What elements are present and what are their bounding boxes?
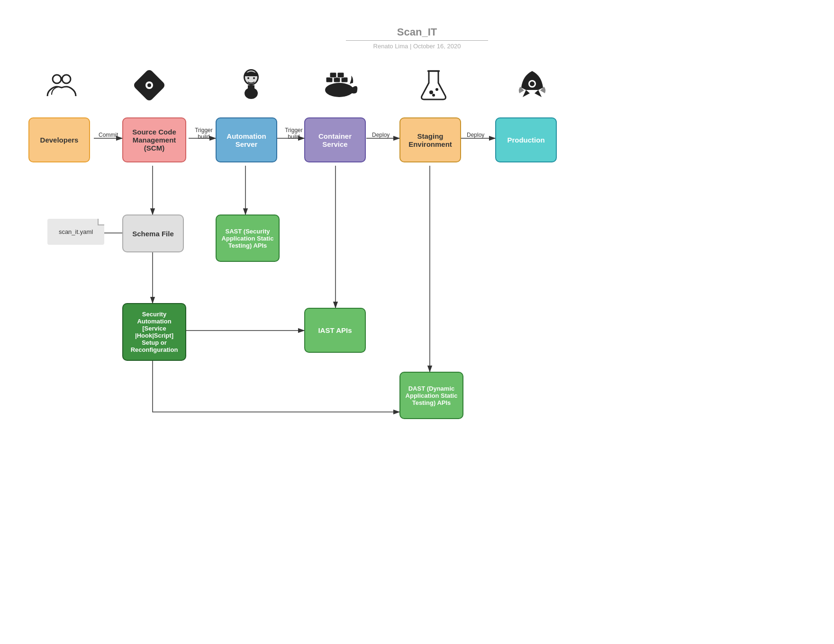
container-node: Container Service: [304, 117, 366, 162]
trigger-build-1-label: Trigger build: [190, 127, 218, 140]
schema-file-node: Schema File: [122, 215, 184, 252]
svg-point-0: [53, 75, 61, 83]
automation-icon-area: [235, 69, 268, 104]
svg-point-1: [62, 75, 71, 83]
diagram-subtitle: Renato Lima | October 16, 2020: [346, 43, 488, 50]
iast-node: IAST APIs: [304, 308, 366, 353]
staging-node: Staging Environment: [399, 117, 461, 162]
dast-node: DAST (Dynamic Application Static Testing…: [399, 372, 463, 419]
svg-point-7: [247, 77, 249, 79]
svg-point-19: [435, 88, 438, 91]
developers-icon: [45, 69, 78, 102]
deploy-2-label: Deploy: [467, 132, 484, 138]
svg-point-11: [325, 83, 354, 97]
svg-point-4: [147, 83, 151, 87]
automation-icon: [235, 69, 268, 102]
scm-node: Source Code Management (SCM): [122, 117, 186, 162]
container-icon: [321, 69, 359, 102]
staging-icon-area: [417, 69, 450, 104]
svg-point-22: [530, 81, 535, 86]
container-icon-area: [321, 69, 359, 104]
commit-label: Commit: [99, 132, 118, 138]
scm-icon: [133, 69, 166, 102]
production-node: Production: [495, 117, 557, 162]
scm-icon-area: [133, 69, 166, 104]
svg-rect-10: [248, 85, 254, 92]
svg-rect-12: [326, 77, 333, 82]
production-icon: [516, 69, 549, 102]
title-area: Scan_IT Renato Lima | October 16, 2020: [346, 26, 488, 50]
svg-rect-13: [334, 77, 340, 82]
developers-node: Developers: [28, 117, 90, 162]
deploy-1-label: Deploy: [372, 132, 390, 138]
developers-icon-area: [45, 69, 78, 104]
yaml-file-node: scan_it.yaml: [47, 219, 104, 245]
svg-point-8: [253, 77, 255, 79]
automation-node: Automation Server: [216, 117, 277, 162]
staging-icon: [417, 69, 450, 102]
svg-rect-14: [341, 77, 348, 82]
svg-rect-16: [337, 72, 344, 78]
svg-rect-15: [330, 72, 336, 78]
security-automation-node: Security Automation [Service |Hook|Scrip…: [122, 303, 186, 361]
trigger-build-2-label: Trigger build: [280, 127, 308, 140]
production-icon-area: [516, 69, 549, 104]
diagram-container: Scan_IT Renato Lima | October 16, 2020: [0, 0, 834, 644]
svg-point-18: [429, 90, 433, 94]
diagram-title: Scan_IT: [346, 26, 488, 41]
sast-node: SAST (Security Application Static Testin…: [216, 215, 280, 262]
svg-point-20: [432, 94, 435, 97]
